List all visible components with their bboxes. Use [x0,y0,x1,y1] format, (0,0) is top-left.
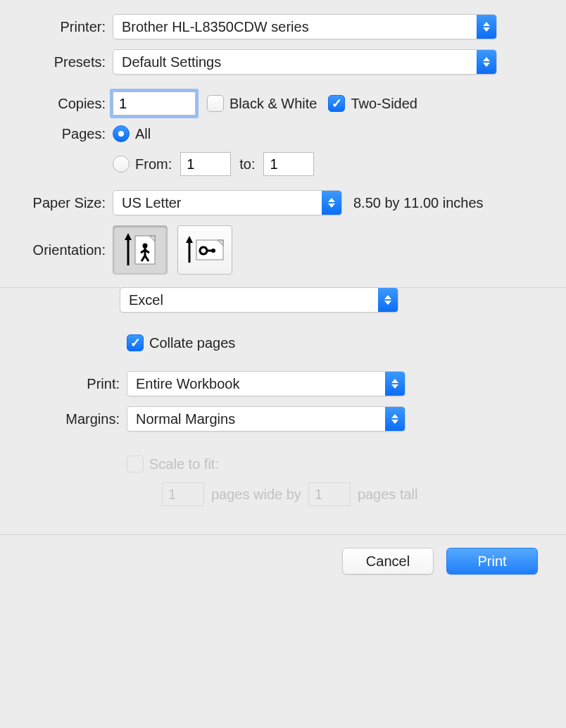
select-stepper-icon [322,191,341,215]
two-sided-checkbox[interactable]: ✓ [328,95,345,112]
print-scope-label: Print: [7,376,127,392]
collate-checkbox[interactable]: ✓ [127,334,144,351]
orientation-portrait-button[interactable] [113,225,168,275]
orientation-label: Orientation: [7,242,113,258]
pages-wide-input [162,482,204,506]
section-select[interactable]: Excel [120,287,398,313]
pages-tall-input [308,482,351,506]
margins-select[interactable]: Normal Margins [127,406,405,432]
landscape-icon [184,232,226,268]
select-stepper-icon [477,50,496,74]
paper-size-select[interactable]: US Letter [113,190,342,215]
select-stepper-icon [385,372,405,396]
presets-label: Presets: [7,54,113,70]
printer-label: Printer: [7,19,113,35]
presets-selected: Default Settings [113,54,477,70]
copies-input[interactable] [113,92,196,115]
select-stepper-icon [477,15,496,39]
pages-to-input[interactable] [263,152,314,176]
two-sided-label: Two-Sided [351,96,417,112]
bw-checkbox[interactable] [207,95,224,112]
section-selected: Excel [120,292,378,308]
print-scope-selected: Entire Workbook [127,376,385,392]
pages-all-label: All [135,126,151,142]
printer-select[interactable]: Brother HL-L8350CDW series [113,14,497,39]
margins-label: Margins: [7,411,127,427]
printer-selected: Brother HL-L8350CDW series [113,19,477,35]
pages-tall-label: pages tall [358,487,418,503]
print-scope-select[interactable]: Entire Workbook [127,371,405,396]
paper-size-label: Paper Size: [7,195,113,211]
pages-from-radio[interactable] [113,156,130,172]
pages-wide-label: pages wide by [211,487,301,503]
scale-label: Scale to fit: [149,456,219,472]
svg-marker-1 [125,233,132,240]
paper-dimensions: 8.50 by 11.00 inches [353,195,484,211]
portrait-icon [122,232,158,268]
pages-from-input[interactable] [180,152,231,176]
select-stepper-icon [385,407,405,431]
pages-all-radio[interactable] [113,125,130,142]
svg-marker-11 [186,236,193,243]
cancel-button[interactable]: Cancel [342,548,434,575]
pages-to-label: to: [239,156,255,172]
pages-from-label: From: [135,156,172,172]
presets-select[interactable]: Default Settings [113,49,497,75]
scale-checkbox[interactable] [127,456,144,472]
svg-point-4 [143,244,148,249]
bw-label: Black & White [229,96,317,112]
collate-label: Collate pages [149,335,235,351]
print-dialog: Printer: Brother HL-L8350CDW series Pres… [0,0,566,589]
pages-label: Pages: [7,126,113,142]
print-button[interactable]: Print [446,548,538,575]
copies-label: Copies: [7,96,113,112]
margins-selected: Normal Margins [127,411,385,427]
orientation-landscape-button[interactable] [177,225,232,275]
select-stepper-icon [378,288,398,312]
paper-size-selected: US Letter [113,195,322,211]
